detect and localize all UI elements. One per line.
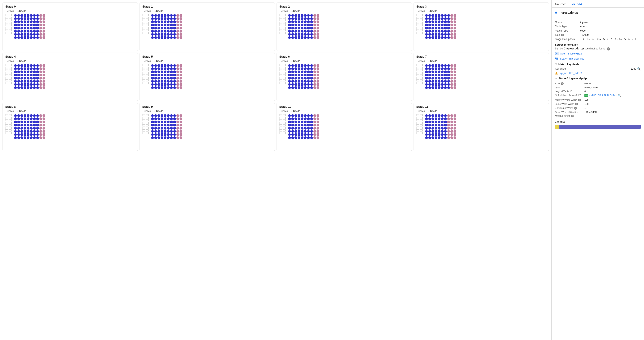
sram-cell-9-7-8: [176, 136, 179, 139]
sram-cell-8-3-8: [39, 124, 42, 126]
sram-cell-0-5-6: [33, 30, 36, 32]
sram-cell-6-1-9: [316, 67, 319, 70]
sram-cell-5-7-9: [180, 86, 182, 89]
sram-cell-11-3-6: [444, 124, 447, 126]
sram-cell-8-3-6: [33, 124, 36, 126]
stage0-row-size: Size ? 65536: [555, 82, 641, 86]
open-table-graph-link[interactable]: Open in Table Graph: [555, 52, 641, 56]
tcam-cell-8-0-0: [5, 114, 8, 116]
sram-cell-8-3-9: [42, 124, 45, 126]
sram-cell-2-4-5: [304, 27, 307, 30]
tcam-cell-0-6-1: [9, 29, 12, 31]
stage0-default-next-table-value: --END_OF_PIPELINE-- 🔍: [584, 93, 641, 98]
entries-per-word-help-icon[interactable]: ?: [574, 107, 577, 110]
sram-cell-9-7-1: [154, 136, 157, 139]
sram-grid-8: [14, 114, 45, 139]
stage0-section-header[interactable]: Stage 0 Ingress.dp.dp: [555, 77, 641, 80]
tab-search[interactable]: SEARCH: [555, 0, 566, 7]
sram-cell-9-3-7: [173, 124, 176, 126]
sram-cell-4-1-5: [30, 67, 32, 70]
tcam-cell-11-6-0: [416, 130, 419, 132]
sram-cell-4-4-3: [24, 77, 26, 80]
size-help-icon[interactable]: ?: [561, 34, 564, 36]
tcam-cell-4-5-1: [9, 77, 12, 79]
stage-labels-5: TCAMsSRAMs: [142, 60, 272, 62]
sram-cell-0-4-5: [30, 27, 32, 30]
sram-cell-5-1-9: [180, 67, 182, 70]
sram-cell-1-0-8: [176, 14, 179, 17]
sram-cell-0-0-2: [20, 14, 23, 17]
match-format-help-icon[interactable]: ?: [571, 115, 574, 118]
tcam-cell-6-2-0: [279, 69, 282, 71]
table-word-width-help-icon[interactable]: ?: [575, 103, 578, 106]
sram-cell-2-2-4: [301, 20, 304, 23]
stage0-size-help-icon[interactable]: ?: [561, 82, 564, 85]
sram-cell-3-1-8: [450, 17, 453, 20]
tcam-cell-4-6-0: [5, 79, 8, 82]
sram-cell-3-3-6: [444, 24, 447, 26]
tcams-label-6: TCAMs: [279, 60, 288, 62]
stage-card-3: Stage 3TCAMsSRAMs: [414, 2, 549, 51]
sram-cell-3-4-4: [438, 27, 440, 30]
sram-cell-1-4-6: [170, 27, 173, 30]
stages-grid: Stage 0TCAMsSRAMsStage 1TCAMsSRAMsStage …: [2, 2, 549, 151]
tcam-cell-10-4-1: [283, 124, 286, 126]
detail-title-row: Ingress.dp.dp: [555, 11, 641, 14]
sram-cell-1-6-1: [154, 33, 157, 36]
sram-cell-0-2-9: [42, 20, 45, 23]
sram-cell-4-6-1: [17, 83, 20, 86]
sram-cell-7-2-3: [434, 70, 437, 73]
sram-cell-5-6-7: [173, 83, 176, 86]
field-link[interactable]: ig_md.lkp_addr6: [560, 72, 582, 75]
search-project-files-link[interactable]: Search in project files: [555, 57, 641, 60]
tcam-cell-9-2-0: [142, 119, 145, 122]
default-next-table-zoom-icon[interactable]: 🔍: [618, 94, 621, 97]
stage0-type-value: hash_match: [584, 86, 641, 90]
tcam-cell-2-1-1: [283, 16, 286, 19]
sram-cell-2-0-7: [310, 14, 313, 17]
sram-cell-8-0-4: [27, 114, 30, 117]
tcam-cell-7-1-0: [416, 67, 419, 69]
tcam-cell-4-0-0: [5, 64, 8, 66]
sram-cell-10-1-9: [316, 118, 319, 120]
end-of-pipeline-link[interactable]: --END_OF_PIPELINE--: [589, 94, 617, 97]
tcam-cell-3-3-1: [420, 22, 422, 24]
sram-cell-8-6-9: [42, 133, 45, 136]
sram-cell-7-2-2: [432, 70, 434, 73]
tcam-cell-5-7-1: [146, 82, 148, 84]
sram-cell-10-6-5: [304, 133, 307, 136]
sram-cell-7-7-1: [428, 86, 431, 89]
sram-cell-2-7-4: [301, 36, 304, 39]
sram-cell-8-5-2: [20, 130, 23, 133]
sram-cell-9-0-8: [176, 114, 179, 117]
tab-details[interactable]: DETAILS: [572, 0, 582, 7]
sram-cell-7-2-6: [444, 70, 447, 73]
sram-cell-8-6-0: [14, 133, 17, 136]
sram-cell-9-3-9: [180, 124, 182, 126]
sram-cell-10-5-2: [294, 130, 297, 133]
tcam-cell-10-4-0: [279, 124, 282, 126]
sram-cell-3-7-9: [454, 36, 456, 39]
sram-cell-5-2-5: [167, 70, 170, 73]
stage0-memory-word-width-label: Memory Word Width ?: [555, 98, 584, 102]
sram-cell-10-1-7: [310, 118, 313, 120]
collapse-arrow-stage0: [555, 78, 557, 79]
sram-cell-0-1-7: [36, 17, 39, 20]
key-width-magnify-icon[interactable]: 🔍: [637, 67, 641, 70]
sram-cell-6-3-2: [294, 74, 297, 76]
sram-cell-7-7-7: [447, 86, 450, 89]
sram-cell-10-1-6: [307, 118, 310, 120]
match-key-fields-header[interactable]: Match key fields: [555, 63, 641, 66]
sram-cell-3-2-5: [441, 20, 444, 23]
sram-cell-10-2-3: [298, 120, 300, 123]
sram-cell-6-5-0: [288, 80, 291, 83]
sram-cell-1-3-4: [164, 24, 166, 26]
sram-cell-7-1-0: [425, 67, 428, 70]
memory-word-width-help-icon[interactable]: ?: [578, 99, 581, 102]
symbol-help-icon[interactable]: ?: [607, 47, 610, 50]
sram-cell-1-1-2: [158, 17, 160, 20]
sram-cell-10-0-6: [307, 114, 310, 117]
match-type-value: exact: [580, 28, 641, 33]
sram-cell-11-0-5: [441, 114, 444, 117]
info-table: Gress ingress Table Type match Match Typ…: [555, 20, 641, 41]
